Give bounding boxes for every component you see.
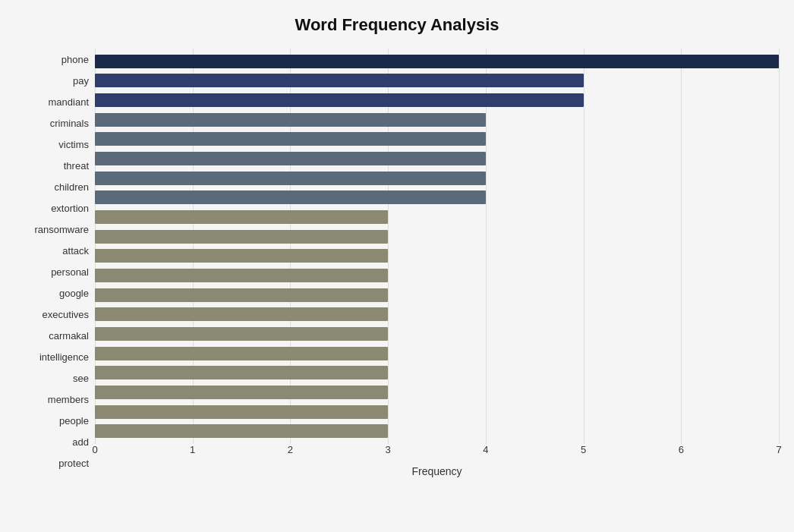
bar-row-phone	[95, 52, 779, 71]
bar-row-criminals	[95, 110, 779, 130]
bar-see	[95, 347, 388, 360]
bar-extortion	[95, 190, 486, 204]
bar-children	[95, 172, 486, 185]
x-tick-1: 1	[190, 444, 195, 455]
bar-row-add	[95, 402, 779, 422]
y-label-executives: executives	[15, 310, 89, 320]
y-label-victims: victims	[15, 140, 89, 150]
bar-row-see	[95, 344, 779, 364]
y-label-ransomware: ransomware	[15, 225, 89, 235]
bar-row-intelligence	[95, 324, 779, 344]
bar-row-ransomware	[95, 207, 779, 227]
grid-line-7	[779, 49, 780, 444]
bar-personal	[95, 249, 388, 263]
bar-protect	[95, 424, 388, 438]
bar-victims	[95, 132, 486, 146]
bar-carmakal	[95, 307, 388, 321]
y-label-attack: attack	[15, 246, 89, 256]
x-tick-7: 7	[776, 444, 781, 455]
y-label-mandiant: mandiant	[15, 97, 89, 107]
plot-area: 01234567 Frequency	[95, 49, 779, 474]
bar-add	[95, 405, 388, 419]
bar-row-threat	[95, 149, 779, 168]
y-axis: phonepaymandiantcriminalsvictimsthreatch…	[15, 49, 95, 474]
bar-row-executives	[95, 285, 779, 305]
y-label-add: add	[15, 437, 89, 447]
bar-members	[95, 366, 388, 379]
bar-row-google	[95, 266, 779, 285]
y-label-threat: threat	[15, 161, 89, 171]
y-label-see: see	[15, 373, 89, 383]
chart-title: Word Frequency Analysis	[15, 15, 779, 35]
bar-phone	[95, 55, 779, 68]
y-label-children: children	[15, 182, 89, 192]
x-tick-0: 0	[92, 444, 97, 455]
chart-container: Word Frequency Analysis phonepaymandiant…	[0, 0, 794, 532]
x-ticks: 01234567	[95, 444, 779, 462]
y-label-protect: protect	[15, 458, 89, 468]
y-label-pay: pay	[15, 76, 89, 86]
bar-row-protect	[95, 421, 779, 441]
x-tick-4: 4	[483, 444, 488, 455]
y-label-phone: phone	[15, 55, 89, 65]
bar-executives	[95, 288, 388, 302]
x-tick-3: 3	[386, 444, 391, 455]
x-tick-5: 5	[581, 444, 586, 455]
y-label-criminals: criminals	[15, 118, 89, 128]
bar-row-mandiant	[95, 90, 779, 110]
bar-people	[95, 386, 388, 399]
x-tick-2: 2	[288, 444, 293, 455]
bar-intelligence	[95, 327, 388, 341]
y-label-intelligence: intelligence	[15, 352, 89, 362]
bar-row-people	[95, 382, 779, 402]
bar-row-pay	[95, 71, 779, 91]
x-tick-6: 6	[679, 444, 684, 455]
y-label-extortion: extortion	[15, 203, 89, 213]
x-axis-title: Frequency	[95, 465, 779, 477]
bar-mandiant	[95, 93, 584, 107]
grid-and-bars	[95, 49, 779, 444]
bar-google	[95, 269, 388, 282]
chart-area: phonepaymandiantcriminalsvictimsthreatch…	[15, 49, 779, 474]
bar-row-victims	[95, 130, 779, 150]
y-label-people: people	[15, 416, 89, 426]
bar-attack	[95, 230, 388, 244]
bar-row-personal	[95, 247, 779, 266]
y-label-carmakal: carmakal	[15, 331, 89, 341]
bar-pay	[95, 74, 584, 87]
bar-row-children	[95, 168, 779, 188]
y-label-personal: personal	[15, 267, 89, 277]
x-axis-wrapper: 01234567 Frequency	[95, 444, 779, 474]
y-label-google: google	[15, 288, 89, 298]
bar-row-extortion	[95, 188, 779, 208]
bar-row-members	[95, 364, 779, 383]
bar-criminals	[95, 113, 486, 127]
bar-row-carmakal	[95, 305, 779, 325]
bar-ransomware	[95, 210, 388, 224]
bars-container	[95, 49, 779, 444]
y-label-members: members	[15, 395, 89, 405]
bar-threat	[95, 152, 486, 165]
bar-row-attack	[95, 227, 779, 247]
